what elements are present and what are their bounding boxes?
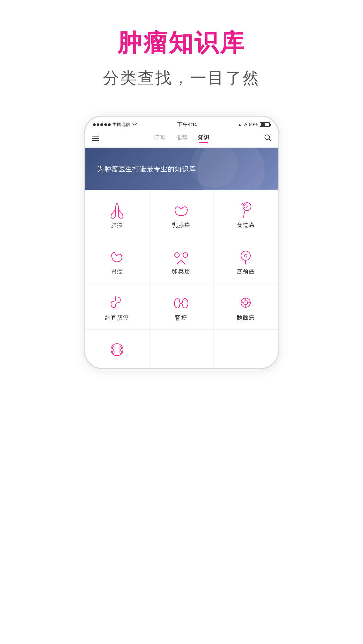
kidney-label: 肾癌 [175,314,187,322]
svg-point-24 [111,344,123,356]
menu-icon[interactable] [92,134,105,143]
category-kidney[interactable]: 肾癌 [149,283,213,330]
phone-frame: 中国电信 下午4:15 ▲ ⊙ 50% [84,116,279,369]
esophagus-label: 食道癌 [237,221,255,229]
category-ovary[interactable]: 卵巢癌 [149,237,213,283]
phone-inner: 中国电信 下午4:15 ▲ ⊙ 50% [85,117,278,368]
svg-point-19 [244,301,248,305]
ovary-icon [170,246,192,268]
breast-icon [170,200,192,221]
tab-recommend[interactable]: 推荐 [176,134,187,143]
svg-line-11 [181,260,185,264]
colon-icon [106,293,128,314]
page-title: 肿瘤知识库 [0,27,363,59]
stomach-icon [106,246,128,268]
status-left: 中国电信 [93,122,137,128]
esophagus-icon [235,200,256,221]
page-subtitle: 分类查找，一目了然 [0,67,363,89]
nav-bar: 订阅 推荐 知识 [85,130,278,148]
svg-point-26 [119,347,122,349]
category-breast[interactable]: 乳腺癌 [149,190,213,237]
wifi-icon [132,122,137,127]
category-cervix[interactable]: 宫颈癌 [214,237,278,283]
cervix-icon [235,246,256,268]
carrier-label: 中国电信 [113,122,130,128]
location-icon: ▲ [238,122,242,127]
svg-point-8 [244,205,247,208]
battery-icon [260,122,270,127]
banner-text: 为肿瘤医生打造最专业的知识库 [97,165,268,174]
svg-point-28 [119,351,122,353]
category-stomach[interactable]: 胃癌 [85,237,149,283]
svg-point-25 [112,347,115,349]
page-header: 肿瘤知识库 分类查找，一目了然 [0,0,363,109]
svg-point-27 [112,351,115,353]
cervix-label: 宫颈癌 [237,268,255,275]
svg-point-17 [244,254,247,257]
svg-rect-1 [92,138,99,139]
pancreas-label: 胰腺癌 [237,314,255,322]
kidney-icon [170,293,192,314]
lung-icon [106,200,128,221]
nav-tabs: 订阅 推荐 知识 [105,134,258,143]
category-grid: 肺癌 乳腺癌 食道癌 [85,190,278,368]
ovary-label: 卵巢癌 [172,268,190,275]
status-bar: 中国电信 下午4:15 ▲ ⊙ 50% [85,117,278,130]
battery-percent: 50% [249,122,258,127]
lung-label: 肺癌 [111,221,123,229]
status-right: ▲ ⊙ 50% [238,122,270,127]
category-esophagus[interactable]: 食道癌 [214,190,278,237]
tab-knowledge[interactable]: 知识 [198,134,209,143]
search-icon[interactable] [258,134,271,143]
banner: 为肿瘤医生打造最专业的知识库 [85,148,278,190]
pancreas-icon [235,293,256,314]
breast-label: 乳腺癌 [172,221,190,229]
colon-label: 结直肠癌 [105,314,129,322]
category-colon[interactable]: 结直肠癌 [85,283,149,330]
category-empty-1 [149,330,213,368]
category-empty-2 [214,330,278,368]
svg-point-12 [175,253,179,257]
stomach-label: 胃癌 [111,268,123,275]
status-time: 下午4:15 [177,121,197,128]
alarm-icon: ⊙ [244,122,247,127]
svg-line-4 [269,139,271,141]
tab-subscribe[interactable]: 订阅 [154,134,165,143]
other-icon [106,339,128,360]
svg-line-10 [177,260,181,264]
svg-rect-0 [92,136,99,137]
svg-point-14 [241,251,250,260]
category-lung[interactable]: 肺癌 [85,190,149,237]
category-pancreas[interactable]: 胰腺癌 [214,283,278,330]
signal-dots [93,123,111,126]
category-other[interactable] [85,330,149,368]
svg-rect-2 [92,140,99,141]
svg-point-13 [183,253,188,257]
